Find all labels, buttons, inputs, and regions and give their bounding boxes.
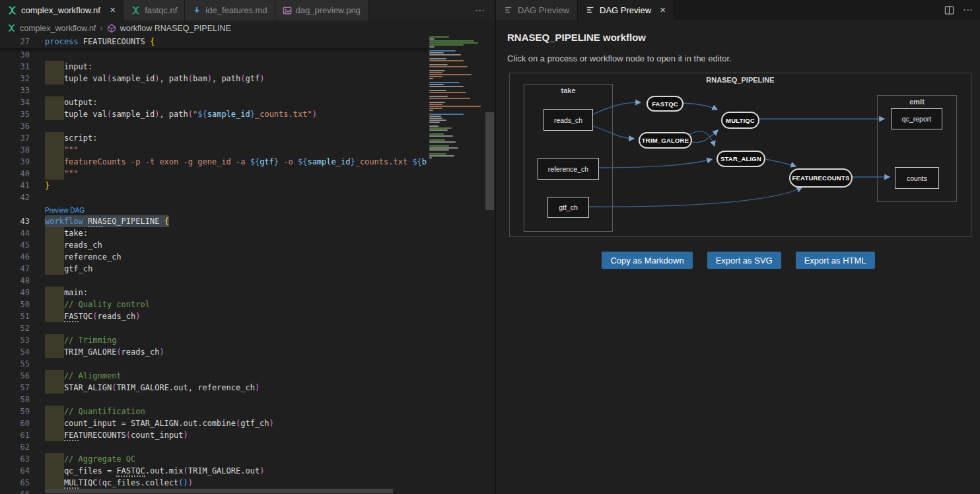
export-buttons: Copy as Markdown Export as SVG Export as… <box>496 252 980 269</box>
more-actions-icon[interactable]: ⋯ <box>963 4 973 16</box>
code-line[interactable]: 33 <box>0 85 495 96</box>
preview-list-icon <box>504 5 513 15</box>
code-token: ( <box>178 478 183 487</box>
code-line[interactable]: 38 """ <box>0 144 495 156</box>
code-token: TRIM_GALORE <box>45 347 116 357</box>
code-token: gtf_ch <box>45 264 92 273</box>
dag-node-counts[interactable]: counts <box>895 167 939 189</box>
more-actions-icon[interactable]: ⋯ <box>475 5 485 17</box>
code-line[interactable]: 47 gtf_ch <box>0 263 495 275</box>
code-line[interactable]: 39 featureCounts -p -t exon -g gene_id -… <box>0 156 495 168</box>
code-token: ) <box>207 74 212 83</box>
line-number: 32 <box>0 73 30 85</box>
dag-node-reads-ch[interactable]: reads_ch <box>543 109 593 131</box>
code-line[interactable]: 46 reference_ch <box>0 251 495 263</box>
close-icon[interactable]: ✕ <box>110 6 116 15</box>
code-line[interactable]: 34 output: <box>0 96 495 108</box>
code-line[interactable]: 62 <box>0 441 495 453</box>
line-number: 58 <box>0 394 30 406</box>
line-number: 39 <box>0 156 30 168</box>
tab-ide-features-md[interactable]: ide_features.md <box>185 0 275 20</box>
code-editor[interactable]: 3031 input:32 tuple val(sample_id), path… <box>0 36 495 494</box>
code-token: } <box>250 110 255 119</box>
code-token: ${ <box>298 157 307 166</box>
minimap-line <box>429 52 444 53</box>
code-token: count_input <box>131 431 183 440</box>
code-line[interactable]: 65 MULTIQC(qc_files.collect()) <box>0 477 495 489</box>
code-line[interactable]: 41} <box>0 180 495 192</box>
code-line[interactable]: 32 tuple val(sample_id), path(bam), path… <box>0 73 495 85</box>
code-line[interactable]: 51 FASTQC(reads_ch) <box>0 310 495 322</box>
code-line[interactable]: 61 FEATURECOUNTS(count_input) <box>0 429 495 441</box>
copy-as-markdown-button[interactable]: Copy as Markdown <box>602 252 692 269</box>
breadcrumb-symbol[interactable]: workflow RNASEQ_PIPELINE <box>120 24 231 33</box>
dag-node-featurecounts[interactable]: FEATURECOUNTS <box>789 168 853 188</box>
image-icon <box>283 6 292 15</box>
tab-dag-preview-inactive[interactable]: DAG Preview <box>496 0 578 20</box>
code-line[interactable]: 63 // Aggregate QC <box>0 453 495 465</box>
code-line[interactable]: 56 // Alignment <box>0 370 495 382</box>
line-number: 53 <box>0 334 30 346</box>
code-line[interactable]: 59 // Quantification <box>0 406 495 417</box>
vertical-scrollbar[interactable] <box>485 112 494 210</box>
minimap-column <box>428 36 495 494</box>
code-line[interactable]: 55 <box>0 358 495 370</box>
dag-node-gtf-ch[interactable]: gtf_ch <box>547 197 589 218</box>
line-number: 46 <box>0 251 30 263</box>
code-line[interactable]: 54 TRIM_GALORE(reads_ch) <box>0 346 495 358</box>
code-line[interactable]: 31 input: <box>0 61 495 73</box>
minimap-line <box>429 72 442 73</box>
code-line[interactable]: 37 script: <box>0 132 495 144</box>
dag-node-trim-galore[interactable]: TRIM_GALORE <box>639 132 692 149</box>
code-line[interactable]: 45 reads_ch <box>0 239 495 251</box>
dag-node-reference-ch[interactable]: reference_ch <box>538 158 599 180</box>
line-number: 63 <box>0 453 30 465</box>
minimap[interactable] <box>429 36 484 159</box>
code-line[interactable]: 40 """ <box>0 168 495 180</box>
breadcrumb-file[interactable]: complex_workflow.nf <box>20 24 96 33</box>
dag-node-fastqc[interactable]: FASTQC <box>647 96 683 112</box>
code-line[interactable]: 50 // Quality control <box>0 299 495 310</box>
code-token: sample_id <box>112 74 155 83</box>
codelens-preview-dag[interactable]: Preview DAG <box>45 206 85 215</box>
sticky-scroll-line[interactable]: 27 process FEATURECOUNTS { <box>0 36 428 48</box>
tab-dag-preview-png[interactable]: dag_preview.png <box>275 0 368 20</box>
code-line[interactable]: 48 <box>0 275 495 287</box>
dag-node-qc-report[interactable]: qc_report <box>891 108 942 129</box>
horizontal-scrollbar[interactable] <box>45 489 393 493</box>
minimap-line <box>429 145 449 147</box>
code-token: ( <box>92 312 97 321</box>
tab-dag-preview-active[interactable]: DAG Preview ✕ <box>578 0 674 20</box>
minimap-line <box>429 64 448 65</box>
code-line[interactable]: 36 <box>0 120 495 132</box>
line-number: 64 <box>0 465 30 477</box>
dag-node-multiqc[interactable]: MULTIQC <box>721 112 759 129</box>
dag-node-star-align[interactable]: STAR_ALIGN <box>717 151 765 167</box>
export-as-svg-button[interactable]: Export as SVG <box>707 252 781 269</box>
code-line[interactable]: 53 // Trimming <box>0 334 495 346</box>
code-line[interactable]: 64 qc_files = FASTQC.out.mix(TRIM_GALORE… <box>0 465 495 477</box>
export-as-html-button[interactable]: Export as HTML <box>796 252 875 269</box>
code-token: reads_ch <box>45 240 102 250</box>
tab-fastqc-nf[interactable]: fastqc.nf <box>123 0 185 20</box>
split-editor-icon[interactable] <box>944 5 954 15</box>
line-number: 66 <box>0 489 30 494</box>
code-line[interactable]: 52 <box>0 322 495 334</box>
code-line[interactable]: 60 count_input = STAR_ALIGN.out.combine(… <box>0 417 495 429</box>
close-icon[interactable]: ✕ <box>660 6 666 15</box>
code-line[interactable]: 44 take: <box>0 227 495 239</box>
code-token: process <box>45 37 79 46</box>
code-line[interactable]: 35 tuple val(sample_id), path("${sample_… <box>0 108 495 120</box>
minimap-line <box>429 92 466 93</box>
code-line[interactable]: 57 STAR_ALIGN(TRIM_GALORE.out, reference… <box>0 382 495 394</box>
code-line[interactable]: 49 main: <box>0 287 495 299</box>
tab-complex-workflow-nf[interactable]: complex_workflow.nf ✕ <box>0 0 123 20</box>
code-line[interactable]: 30 <box>0 49 495 61</box>
code-line[interactable]: 43workflow RNASEQ_PIPELINE { <box>0 215 495 227</box>
code-token: FAS <box>64 312 79 322</box>
code-line[interactable]: 42 <box>0 192 495 203</box>
code-token: gtf_ch <box>240 419 269 428</box>
line-number: 65 <box>0 477 30 489</box>
code-token: } <box>274 157 279 166</box>
code-line[interactable]: 58 <box>0 394 495 406</box>
